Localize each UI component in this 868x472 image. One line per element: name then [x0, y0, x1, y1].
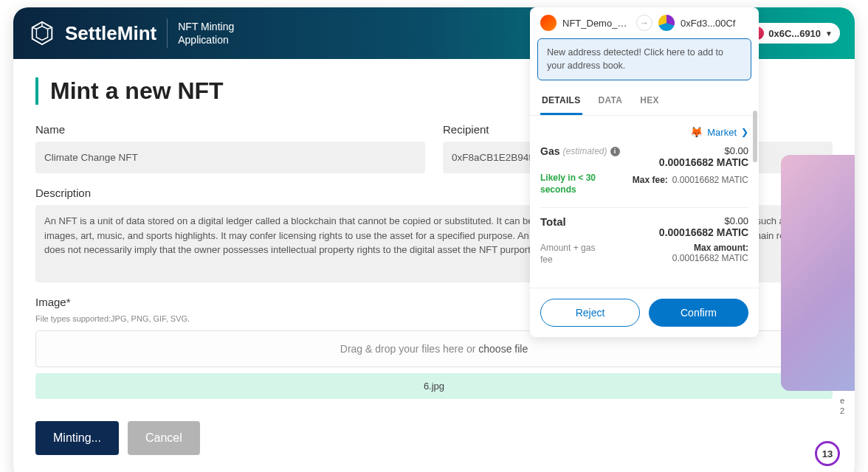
mint-button[interactable]: Minting...: [35, 421, 119, 455]
nft-preview-peek: e 2: [759, 133, 855, 428]
nft-preview-image: [781, 155, 855, 391]
wallet-confirmation-modal: NFT_Demo_Ac... → 0xFd3...00Cf New addres…: [530, 7, 759, 337]
wallet-selector[interactable]: 0x6C...6910 ▼: [746, 23, 840, 44]
app-line1: NFT Minting: [178, 20, 234, 33]
upload-text: Drag & drop your files here or: [340, 343, 479, 355]
confirmation-time: Likely in < 30 seconds: [540, 173, 607, 195]
peek-line2: 2: [759, 406, 844, 416]
peek-line1: e: [759, 395, 844, 406]
transaction-body: 🦊 Market ❯ Gas (estimated) i $0.00 0.000…: [530, 116, 759, 288]
cancel-button[interactable]: Cancel: [128, 421, 200, 455]
uploaded-file-chip[interactable]: 6.jpg: [35, 373, 833, 399]
modal-tabs: DETAILS DATA HEX: [530, 88, 759, 116]
maxfee-value: 0.00016682 MATIC: [672, 175, 748, 185]
divider: [167, 18, 168, 48]
to-avatar-icon: [658, 15, 675, 31]
modal-header: NFT_Demo_Ac... → 0xFd3...00Cf: [530, 7, 759, 38]
maxamount-value: 0.00016682 MATIC: [672, 253, 748, 263]
app-subtitle: NFT Minting Application: [178, 20, 234, 46]
tab-details[interactable]: DETAILS: [540, 88, 582, 115]
name-input[interactable]: [35, 142, 425, 173]
logo-icon: [28, 19, 56, 47]
separator: [540, 207, 748, 208]
app-frame: SettleMint NFT Minting Application TIC 0…: [13, 7, 855, 472]
market-text: Market: [707, 127, 737, 138]
logo-section: SettleMint: [28, 19, 156, 47]
fox-icon: 🦊: [690, 126, 703, 138]
brand-name: SettleMint: [65, 22, 156, 45]
wallet-address: 0x6C...6910: [768, 28, 821, 39]
info-icon[interactable]: i: [610, 147, 620, 156]
app-line2: Application: [178, 33, 234, 46]
scrollbar[interactable]: [753, 111, 757, 162]
to-account[interactable]: 0xFd3...00Cf: [681, 18, 748, 29]
notification-badge[interactable]: 13: [815, 441, 840, 466]
confirm-button[interactable]: Confirm: [649, 299, 748, 327]
new-address-notice[interactable]: New address detected! Click here to add …: [537, 38, 751, 80]
chevron-down-icon: ▼: [825, 30, 833, 38]
svg-marker-1: [36, 27, 47, 41]
amount-plus-gas: Amount + gas fee: [540, 243, 607, 266]
tab-hex[interactable]: HEX: [638, 88, 661, 115]
choose-file-link[interactable]: choose file: [478, 343, 528, 355]
name-label: Name: [35, 123, 425, 136]
from-account[interactable]: NFT_Demo_Ac...: [562, 18, 630, 29]
transfer-arrow-icon: →: [636, 15, 652, 31]
chevron-right-icon: ❯: [741, 127, 748, 137]
estimated-label: (estimated): [562, 146, 607, 156]
gas-fiat: $0.00: [659, 145, 748, 156]
maxamount-label: Max amount:: [672, 243, 748, 253]
total-crypto: 0.00016682 MATIC: [659, 226, 748, 238]
tab-data[interactable]: DATA: [597, 88, 624, 115]
market-link[interactable]: 🦊 Market ❯: [540, 126, 748, 138]
reject-button[interactable]: Reject: [540, 299, 640, 327]
total-fiat: $0.00: [659, 215, 748, 226]
from-avatar-icon: [540, 15, 557, 31]
maxfee-label: Max fee:: [633, 175, 668, 185]
gas-crypto: 0.00016682 MATIC: [659, 156, 748, 168]
gas-label: Gas: [540, 145, 559, 157]
total-label: Total: [540, 215, 566, 228]
